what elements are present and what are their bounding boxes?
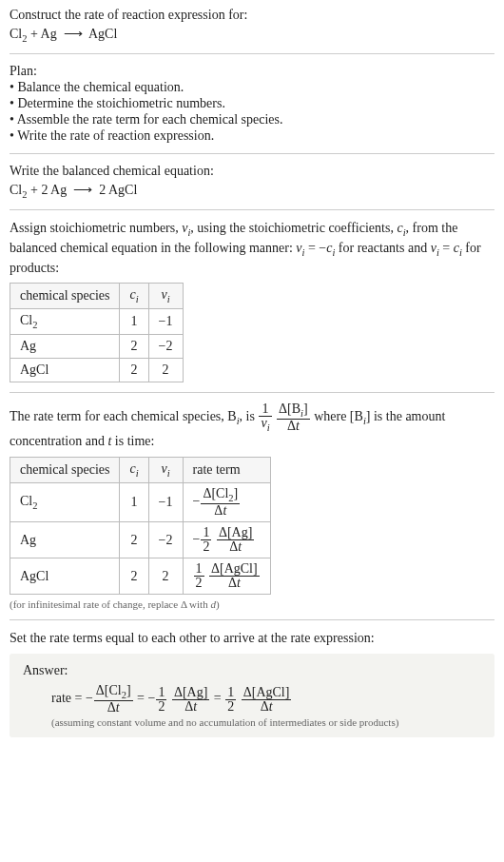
col-species: chemical species — [10, 458, 120, 483]
final-title: Set the rate terms equal to each other t… — [10, 630, 494, 648]
divider — [10, 619, 494, 620]
cell-rate-term: −12 Δ[Ag]Δt — [183, 522, 270, 558]
table-row: Cl2 1 −1 — [10, 309, 184, 335]
table-row: Cl2 1 −1 −Δ[Cl2]Δt — [10, 483, 271, 522]
col-species: chemical species — [10, 284, 120, 309]
cell-rate-term: −Δ[Cl2]Δt — [183, 483, 270, 522]
divider — [10, 209, 494, 210]
plan-section: Plan: • Balance the chemical equation. •… — [10, 64, 494, 144]
plan-item: • Write the rate of reaction expression. — [10, 128, 494, 144]
rate-term-table: chemical species ci νi rate term Cl2 1 −… — [10, 457, 271, 595]
problem-prompt: Construct the rate of reaction expressio… — [10, 8, 494, 44]
cell-ci: 1 — [120, 309, 148, 335]
divider — [10, 53, 494, 54]
final-section: Set the rate terms equal to each other t… — [10, 630, 494, 737]
rate-term-formula: 1νi Δ[Bi]Δt — [258, 409, 314, 423]
unbalanced-equation: Cl2 + Ag ⟶ AgCl — [10, 26, 494, 44]
desc-prefix: The rate term for each chemical species,… — [10, 409, 237, 423]
cell-species: AgCl — [10, 359, 120, 382]
cell-ci: 2 — [120, 359, 148, 382]
plan-item: • Balance the chemical equation. — [10, 80, 494, 95]
cell-ci: 2 — [120, 558, 148, 595]
col-vi: νi — [148, 284, 183, 309]
plan-item: • Determine the stoichiometric numbers. — [10, 96, 494, 111]
divider — [10, 153, 494, 154]
cell-species: Ag — [10, 335, 120, 359]
rate-term-description: The rate term for each chemical species,… — [10, 402, 494, 451]
cell-species: AgCl — [10, 558, 120, 595]
balanced-equation: Cl2 + 2 Ag ⟶ 2 AgCl — [10, 182, 494, 200]
desc-mid: , is — [240, 409, 259, 423]
cell-rate-term: 12 Δ[AgCl]Δt — [183, 558, 270, 595]
stoich-description: Assign stoichiometric numbers, νi, using… — [10, 220, 494, 278]
prompt-text: Construct the rate of reaction expressio… — [10, 8, 494, 23]
col-rate-term: rate term — [183, 458, 270, 483]
stoich-table: chemical species ci νi Cl2 1 −1 Ag 2 −2 … — [10, 283, 184, 382]
cell-ci: 1 — [120, 483, 148, 522]
cell-ci: 2 — [120, 335, 148, 359]
plan-item: • Assemble the rate term for each chemic… — [10, 112, 494, 127]
col-vi: νi — [148, 458, 183, 483]
cell-species: Cl2 — [10, 483, 120, 522]
plan-title: Plan: — [10, 64, 494, 79]
cell-species: Ag — [10, 522, 120, 558]
table-header-row: chemical species ci νi rate term — [10, 458, 271, 483]
table-row: Ag 2 −2 −12 Δ[Ag]Δt — [10, 522, 271, 558]
balanced-title: Write the balanced chemical equation: — [10, 164, 494, 179]
divider — [10, 392, 494, 393]
rate-term-section: The rate term for each chemical species,… — [10, 402, 494, 610]
cell-vi: 2 — [148, 558, 183, 595]
col-ci: ci — [120, 458, 148, 483]
cell-vi: 2 — [148, 359, 183, 382]
cell-vi: −1 — [148, 483, 183, 522]
table-row: AgCl 2 2 — [10, 359, 184, 382]
table-header-row: chemical species ci νi — [10, 284, 184, 309]
answer-label: Answer: — [23, 663, 481, 678]
answer-box: Answer: rate = −Δ[Cl2]Δt = −12 Δ[Ag]Δt =… — [10, 654, 494, 737]
stoich-section: Assign stoichiometric numbers, νi, using… — [10, 220, 494, 382]
balanced-section: Write the balanced chemical equation: Cl… — [10, 164, 494, 200]
answer-assumption: (assuming constant volume and no accumul… — [51, 716, 481, 728]
table-row: AgCl 2 2 12 Δ[AgCl]Δt — [10, 558, 271, 595]
cell-vi: −2 — [148, 522, 183, 558]
delta-note: (for infinitesimal rate of change, repla… — [10, 598, 494, 610]
table-row: Ag 2 −2 — [10, 335, 184, 359]
cell-vi: −1 — [148, 309, 183, 335]
rate-expression: rate = −Δ[Cl2]Δt = −12 Δ[Ag]Δt = 12 Δ[Ag… — [51, 684, 481, 715]
cell-ci: 2 — [120, 522, 148, 558]
col-ci: ci — [120, 284, 148, 309]
cell-species: Cl2 — [10, 309, 120, 335]
cell-vi: −2 — [148, 335, 183, 359]
